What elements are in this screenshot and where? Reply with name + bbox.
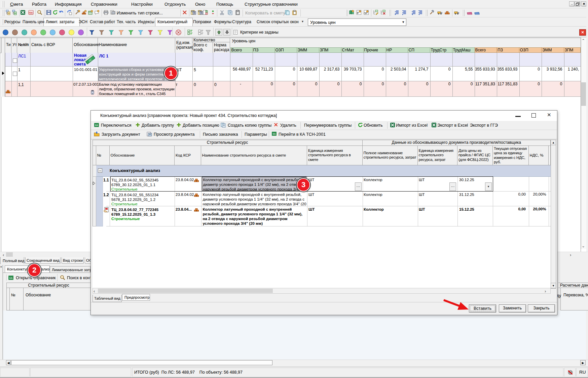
svg-text:КА: КА: [95, 124, 98, 126]
svg-text:КА: КА: [9, 277, 12, 280]
svg-text:ПР: ПР: [364, 12, 367, 15]
svg-text:PDF: PDF: [29, 11, 33, 13]
svg-text:КА: КА: [273, 133, 276, 135]
svg-text:P: P: [357, 11, 359, 15]
